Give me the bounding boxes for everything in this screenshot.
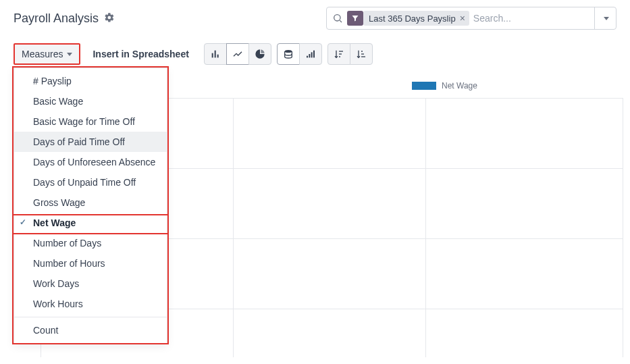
- measures-label: Measures: [22, 49, 63, 59]
- chart-type-group: [204, 43, 271, 65]
- measure-option[interactable]: Number of Days: [14, 233, 167, 253]
- measure-option[interactable]: Days of Paid Time Off: [14, 132, 167, 152]
- chart-legend: Net Wage: [412, 81, 477, 90]
- sort-desc-icon[interactable]: [327, 43, 350, 65]
- measure-option[interactable]: Number of Hours: [14, 253, 167, 274]
- measure-option[interactable]: # Payslip: [14, 71, 167, 91]
- chevron-down-icon: [67, 53, 72, 56]
- dropdown-separator: [14, 317, 167, 317]
- svg-point-5: [285, 50, 292, 53]
- signal-icon[interactable]: [299, 43, 322, 65]
- svg-rect-9: [313, 51, 315, 58]
- measure-option[interactable]: Work Days: [14, 274, 167, 294]
- svg-rect-4: [217, 55, 219, 58]
- svg-rect-2: [212, 53, 213, 58]
- measure-option-selected[interactable]: Net Wage: [14, 213, 167, 233]
- chevron-down-icon: [604, 17, 609, 20]
- measure-option[interactable]: Basic Wage for Time Off: [14, 111, 167, 132]
- filter-tag-label: Last 365 Days Payslip: [369, 14, 456, 24]
- measure-option[interactable]: Work Hours: [14, 294, 167, 314]
- measures-dropdown: # Payslip Basic Wage Basic Wage for Time…: [14, 68, 167, 344]
- stacked-icon[interactable]: [277, 43, 300, 65]
- svg-rect-7: [309, 54, 310, 57]
- svg-rect-6: [307, 56, 308, 58]
- svg-point-0: [334, 15, 340, 21]
- insert-spreadsheet-button[interactable]: Insert in Spreadsheet: [86, 43, 195, 65]
- sort-group: [327, 43, 373, 65]
- search-input[interactable]: [473, 13, 592, 24]
- page-title: Payroll Analysis: [14, 11, 99, 26]
- stack-group: [277, 43, 322, 65]
- measure-option[interactable]: Days of Unpaid Time Off: [14, 172, 167, 192]
- insert-label: Insert in Spreadsheet: [93, 49, 188, 59]
- svg-rect-8: [311, 52, 313, 57]
- svg-line-1: [340, 20, 342, 22]
- search-dropdown-toggle[interactable]: [594, 7, 613, 29]
- header: Payroll Analysis Last 365 Days Payslip ×: [0, 0, 630, 39]
- sort-asc-icon[interactable]: [350, 43, 373, 65]
- legend-label: Net Wage: [442, 81, 477, 90]
- measure-option[interactable]: Gross Wage: [14, 192, 167, 213]
- toolbar: Measures Insert in Spreadsheet: [0, 39, 630, 72]
- filter-icon[interactable]: [347, 11, 363, 26]
- search-bar[interactable]: Last 365 Days Payslip ×: [326, 7, 616, 30]
- bar-chart-icon[interactable]: [204, 43, 227, 65]
- gear-icon[interactable]: [104, 12, 115, 25]
- pie-chart-icon[interactable]: [248, 43, 271, 65]
- filter-tag[interactable]: Last 365 Days Payslip ×: [363, 11, 469, 26]
- line-chart-icon[interactable]: [226, 43, 249, 65]
- close-icon[interactable]: ×: [460, 14, 465, 23]
- legend-swatch: [412, 82, 436, 90]
- search-icon: [332, 13, 343, 24]
- measure-option[interactable]: Basic Wage: [14, 91, 167, 111]
- measure-option-count[interactable]: Count: [14, 320, 167, 340]
- svg-rect-3: [215, 51, 216, 58]
- measures-button[interactable]: Measures: [14, 43, 80, 65]
- measure-option[interactable]: Days of Unforeseen Absence: [14, 152, 167, 172]
